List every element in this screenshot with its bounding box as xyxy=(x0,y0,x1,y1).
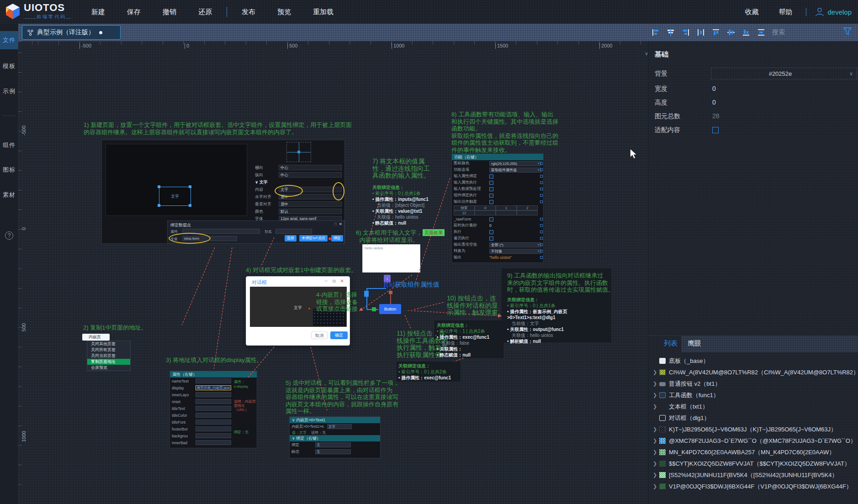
context-menu-screenshot[interactable]: 内嵌页 关闭其他页签关闭所有页签关闭当前页签复制页面地址全屏预览 xyxy=(82,334,131,371)
fx-node[interactable]: f(x)获取组件属性值 xyxy=(384,280,440,289)
height-value[interactable]: 0 xyxy=(712,99,716,106)
chevron-right-icon[interactable]: ❯ xyxy=(653,426,659,432)
sidebar-item-templates[interactable]: 模板 xyxy=(0,57,18,75)
chevron-right-icon[interactable]: ❯ xyxy=(653,461,659,467)
prop-input[interactable]: 无 xyxy=(315,442,351,447)
layer-list-item[interactable]: ❯ 普通按钮 v2（bt1） xyxy=(648,378,858,389)
align-left-icon[interactable] xyxy=(650,27,662,37)
close-icon[interactable]: ✕ xyxy=(339,222,342,226)
prop-input[interactable] xyxy=(196,433,231,438)
user-name[interactable]: develop xyxy=(827,8,852,16)
search-input[interactable]: 搜索 xyxy=(772,28,785,37)
layer-list-item[interactable]: ❯ @XMC78F2UJAG3~D`E7WG``O（@XMC78F2UJAG3~… xyxy=(648,435,858,446)
help-icon[interactable]: ? xyxy=(5,231,13,240)
context-menu-item[interactable]: 全屏预览 xyxy=(87,365,130,371)
menu-undo[interactable]: 撤销 xyxy=(152,8,187,16)
app-logo[interactable]: UIOTOS 前端零代码 xyxy=(5,3,71,20)
layer-list-item[interactable]: ❯ 对话框（dlg1） xyxy=(648,412,858,424)
prop-checkbox[interactable] xyxy=(489,187,493,191)
basic-section-header[interactable]: ∨ 基础 xyxy=(655,50,668,59)
distribute-v-icon[interactable] xyxy=(755,27,767,37)
prop-input[interactable]: 典型示例_内嵌页.json xyxy=(196,385,231,390)
align-v-center-icon[interactable] xyxy=(725,27,737,37)
align-top-icon[interactable] xyxy=(710,27,722,37)
prop-checkbox[interactable] xyxy=(489,181,493,185)
layer-list-item[interactable]: ❯ MN_K4PD7C60{2E0AAWBA257（MN_K4PD7C60{2E… xyxy=(648,446,858,458)
distribute-h-icon[interactable] xyxy=(695,27,707,37)
prop-checkbox[interactable] xyxy=(489,200,493,204)
prop-checkbox[interactable] xyxy=(489,230,493,234)
unbound-iot-button[interactable]: 未绑定IoT点位 xyxy=(299,235,328,242)
textbox-preview[interactable]: hello uiotos xyxy=(362,244,420,273)
inherited-props-screenshot[interactable]: ∨ 内嵌页>0>Text1 内嵌页>0>Text1>s: 文字 值：文字 说明：… xyxy=(289,416,381,458)
prop-input[interactable] xyxy=(196,413,231,418)
prop-input[interactable] xyxy=(196,406,231,411)
function-panel-screenshot[interactable]: 功能（右键） 图标颜色 rgb(25,125,255) rgb(25,125,2… xyxy=(451,153,544,263)
layer-list-item[interactable]: ❯ V1P@0OJQFI3$DWJ{6BXG44F（V1P@0OJQFI3$DW… xyxy=(648,481,858,492)
prop-input[interactable]: 无 xyxy=(315,449,351,454)
minimize-icon[interactable]: ─ ⧉ xyxy=(324,278,338,284)
menu-save[interactable]: 保存 xyxy=(116,8,152,16)
select-button[interactable]: 选择 xyxy=(285,235,297,242)
layer-list-item[interactable]: ❯ K)T~)JB295O65{J~V6OM63J（K)T~)JB295O65{… xyxy=(648,424,858,435)
layer-list-item[interactable]: ❯ 文本框（txt1） xyxy=(648,401,858,412)
menu-preview[interactable]: 预览 xyxy=(266,8,302,16)
menu-help[interactable]: 帮助 xyxy=(768,8,802,16)
prop-checkbox[interactable] xyxy=(489,236,493,241)
bg-color-select[interactable]: #20252e ∨ xyxy=(711,68,857,79)
close-icon[interactable]: ✕ xyxy=(340,278,346,284)
menu-publish[interactable]: 发布 xyxy=(231,8,266,16)
prop-input[interactable] xyxy=(196,426,231,431)
fit-content-checkbox[interactable] xyxy=(712,127,719,133)
tab-typical-example[interactable]: 典型示例（详注版） xyxy=(22,25,121,40)
prop-input[interactable]: 文字 xyxy=(327,424,352,429)
prop-checkbox[interactable] xyxy=(489,217,493,221)
context-menu-item[interactable]: 关闭所有页签 xyxy=(87,347,130,353)
align-right-icon[interactable] xyxy=(680,27,692,37)
prop-select[interactable]: 不转换 xyxy=(489,249,541,254)
chevron-right-icon[interactable]: ❯ xyxy=(653,392,659,398)
prop-input[interactable] xyxy=(196,399,231,404)
align-h-center-icon[interactable] xyxy=(665,27,677,37)
chevron-right-icon[interactable]: ❯ xyxy=(653,483,659,489)
context-menu-item[interactable]: 复制页面地址 xyxy=(87,359,130,365)
sidebar-item-examples[interactable]: 示例 xyxy=(0,82,18,100)
design-canvas[interactable]: -5000500100015002000 -50005001000 xyxy=(18,41,648,504)
chevron-right-icon[interactable]: ❯ xyxy=(653,369,659,375)
prop-checkbox[interactable] xyxy=(489,194,493,198)
layer-list-item[interactable]: ❯ [S52%I42(3UNHU11F{BV5K4（[S52%I42(3UNHU… xyxy=(648,469,858,481)
chevron-right-icon[interactable]: ❯ xyxy=(653,438,659,444)
menu-new[interactable]: 新建 xyxy=(80,8,116,16)
prop-select[interactable]: 获取组件属性值 xyxy=(489,168,541,173)
prop-select[interactable]: 全部 (*) xyxy=(489,242,541,247)
dialog-cancel-button[interactable]: 取消 xyxy=(311,331,328,339)
binding-panel-screenshot[interactable]: 属性（右键） nameText display 典型示例_内嵌页.json in… xyxy=(169,371,257,448)
layer-list-item[interactable]: ❯ $$CYT}KXOIZQ5DZW8FVVJAT（$$CYT}KXOIZQ5D… xyxy=(648,458,858,469)
bind-alias-input[interactable] xyxy=(275,229,312,234)
tab-list[interactable]: 列表 xyxy=(664,339,678,348)
filter-icon[interactable] xyxy=(843,27,852,37)
chevron-right-icon[interactable]: ❯ xyxy=(653,404,659,410)
chevron-right-icon[interactable]: ❯ xyxy=(653,449,659,455)
button-node[interactable]: Button xyxy=(379,304,401,314)
prop-input[interactable] xyxy=(196,440,231,445)
align-bottom-icon[interactable] xyxy=(740,27,752,37)
layer-list-item[interactable]: ❯ CI%W_A(8V42UM@8O7LT%R82（CI%W_A(8V42UM@… xyxy=(648,367,858,378)
layer-list-item[interactable]: ❯ 底板（_base） xyxy=(648,355,858,367)
bind-button[interactable]: 绑定 xyxy=(331,235,343,242)
sidebar-item-icons[interactable]: 图标 xyxy=(0,161,18,179)
menu-favorites[interactable]: 收藏 xyxy=(735,8,768,16)
prop-input[interactable] xyxy=(196,392,231,397)
sidebar-item-files[interactable]: 文件 xyxy=(0,31,18,49)
sidebar-item-components[interactable]: 组件 xyxy=(0,136,18,154)
menu-reload[interactable]: 重加载 xyxy=(302,8,344,16)
sidebar-item-materials[interactable]: 素材 xyxy=(0,186,18,204)
chevron-right-icon[interactable]: ❯ xyxy=(653,472,659,478)
prop-input[interactable] xyxy=(196,378,231,383)
chevron-right-icon[interactable]: ❯ xyxy=(653,381,659,387)
prop-select[interactable]: rgb(25,125,255) xyxy=(489,161,541,166)
width-value[interactable]: 0 xyxy=(712,85,716,92)
prop-checkbox[interactable] xyxy=(489,174,493,178)
context-menu-item[interactable]: 关闭当前页签 xyxy=(87,353,130,359)
prop-input[interactable] xyxy=(196,420,231,425)
